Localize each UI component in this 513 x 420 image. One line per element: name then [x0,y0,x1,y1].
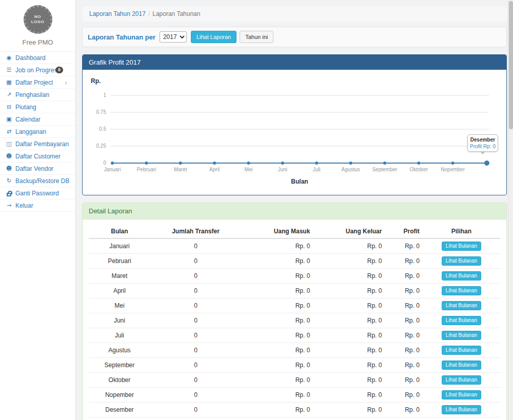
cell-masuk: Rp. 0 [241,388,313,403]
lihat-bulanan-button[interactable]: Lihat Bulanan [442,331,481,340]
cell-total-label: Total [89,417,150,420]
report-filter-panel: Laporan Tahunan per 2017 Lihat Laporan T… [82,27,507,47]
lihat-bulanan-button[interactable]: Lihat Bulanan [442,375,481,385]
breadcrumb-current: Laporan Tahunan [152,10,200,17]
cell-jumlah: 0 [150,298,241,313]
tooltip-title: Desember [469,137,496,143]
sidebar-item-piutang[interactable]: ⊟ Piutang [0,101,75,113]
sidebar-item-keluar[interactable]: → Keluar [0,199,75,212]
cell-jumlah: 0 [150,328,241,343]
cell-jumlah: 0 [150,373,241,388]
profit-line-chart: Rp.10.750.50.250JanuariPebruariMaretApri… [88,75,501,190]
svg-text:0.5: 0.5 [99,126,106,132]
sidebar-item-dashboard[interactable]: ◉ Dashboard [0,52,75,64]
cell-keluar: Rp. 0 [313,254,385,269]
cell-keluar: Rp. 0 [313,313,385,328]
sidebar-item-ganti-password[interactable]: Ganti Password [0,187,75,199]
brand-name: Free PMO [0,38,75,46]
col-header-uang-keluar: Uang Keluar [313,225,385,238]
svg-text:Pebruari: Pebruari [136,167,156,172]
lihat-bulanan-button[interactable]: Lihat Bulanan [442,346,481,355]
cell-profit: Rp. 0 [385,238,422,254]
cell-pilihan: Lihat Bulanan [423,328,500,343]
sidebar-item-daftar-project[interactable]: ▦ Daftar Project ‹ [0,76,75,89]
cell-keluar: Rp. 0 [313,358,385,373]
cell-profit: Rp. 0 [385,403,422,417]
detail-panel-body: Bulan Jumlah Transfer Uang Masuk Uang Ke… [83,219,506,420]
cell-jumlah: 0 [150,238,241,254]
lihat-bulanan-button[interactable]: Lihat Bulanan [442,271,481,281]
sidebar-item-calendar[interactable]: ▣ Calendar [0,113,75,126]
cell-profit: Rp. 0 [385,269,422,284]
tahun-ini-button[interactable]: Tahun ini [240,31,273,43]
col-header-jumlah-transfer: Jumlah Transfer [150,225,241,238]
table-icon: ▦ [5,79,13,86]
col-header-pilihan: Pilihan [423,225,500,238]
sidebar-item-label: Ganti Password [15,190,59,197]
lihat-bulanan-button[interactable]: Lihat Bulanan [442,405,481,414]
cell-masuk: Rp. 0 [241,313,313,328]
cell-total-jumlah: 0 [150,417,241,420]
svg-text:Mei: Mei [244,167,252,172]
sidebar-item-backup-restore-db[interactable]: ↻ Backup/Restore DB [0,175,75,187]
sidebar-item-penghasilan[interactable]: ↗ Penghasilan [0,89,75,101]
lihat-bulanan-button[interactable]: Lihat Bulanan [442,361,481,370]
refresh-icon: ↻ [5,177,13,184]
sidebar-item-langganan[interactable]: ⇄ Langganan [0,126,75,138]
cell-keluar: Rp. 0 [313,269,385,284]
cell-bulan: Nopember [89,388,150,403]
dashboard-icon: ◉ [5,54,13,61]
sidebar-item-job-on-progress[interactable]: ☰ Job on Progress 0 [0,64,75,76]
cell-jumlah: 0 [150,343,241,358]
table-row: Desember 0 Rp. 0 Rp. 0 Rp. 0 Lihat Bulan… [89,403,500,417]
payment-icon: ◫ [5,141,13,147]
lihat-bulanan-button[interactable]: Lihat Bulanan [442,286,481,295]
svg-text:Bulan: Bulan [291,178,308,185]
svg-text:April: April [209,167,220,172]
cell-keluar: Rp. 0 [313,343,385,358]
svg-text:Maret: Maret [174,167,187,172]
cell-profit: Rp. 0 [385,388,422,403]
cell-keluar: Rp. 0 [313,373,385,388]
year-select[interactable]: 2017 [160,31,187,43]
svg-text:Januari: Januari [104,167,121,172]
lihat-bulanan-button[interactable]: Lihat Bulanan [442,316,481,325]
cell-masuk: Rp. 0 [241,284,313,298]
cell-total-masuk: Rp. 0 [241,417,313,420]
lihat-bulanan-button[interactable]: Lihat Bulanan [442,390,481,399]
lihat-bulanan-button[interactable]: Lihat Bulanan [442,301,481,310]
scrollbar[interactable] [508,0,513,420]
cell-pilihan: Lihat Bulanan [423,358,500,373]
svg-text:Agustus: Agustus [341,167,360,172]
cell-bulan: Mei [89,298,150,313]
sidebar-item-label: Keluar [15,202,33,209]
cell-keluar: Rp. 0 [313,403,385,417]
scrollbar-thumb[interactable] [509,1,513,129]
sidebar-item-label: Penghasilan [15,91,49,98]
lihat-laporan-button[interactable]: Lihat Laporan [191,31,236,43]
table-row: Mei 0 Rp. 0 Rp. 0 Rp. 0 Lihat Bulanan [89,298,500,313]
sidebar-item-daftar-pembayaran[interactable]: ◫ Daftar Pembayaran [0,138,75,150]
svg-text:September: September [372,167,398,172]
report-table: Bulan Jumlah Transfer Uang Masuk Uang Ke… [89,225,500,420]
cell-bulan: Januari [89,238,150,254]
lihat-bulanan-button[interactable]: Lihat Bulanan [442,242,481,251]
cell-masuk: Rp. 0 [241,254,313,269]
svg-text:0.25: 0.25 [96,143,107,149]
cell-masuk: Rp. 0 [241,298,313,313]
breadcrumb: Laporan Tahun 2017/Laporan Tahunan [82,6,507,22]
table-row: September 0 Rp. 0 Rp. 0 Rp. 0 Lihat Bula… [89,358,500,373]
breadcrumb-link[interactable]: Laporan Tahun 2017 [89,10,146,17]
cell-pilihan: Lihat Bulanan [423,284,500,298]
sidebar-item-daftar-customer[interactable]: ☻ Daftar Customer [0,150,75,163]
cell-profit: Rp. 0 [385,284,422,298]
svg-text:Rp.: Rp. [91,77,101,85]
sidebar-item-label: Dashboard [15,54,46,62]
chart-panel-title: Grafik Profit 2017 [83,55,506,70]
table-row: Januari 0 Rp. 0 Rp. 0 Rp. 0 Lihat Bulana… [89,238,500,254]
col-header-profit: Profit [385,225,422,238]
sidebar-item-daftar-vendor[interactable]: ☻ Daftar Vendor [0,163,75,175]
cell-total-pilihan [423,417,500,420]
lihat-bulanan-button[interactable]: Lihat Bulanan [442,256,481,266]
cell-total-keluar: Rp. 0 [313,417,385,420]
